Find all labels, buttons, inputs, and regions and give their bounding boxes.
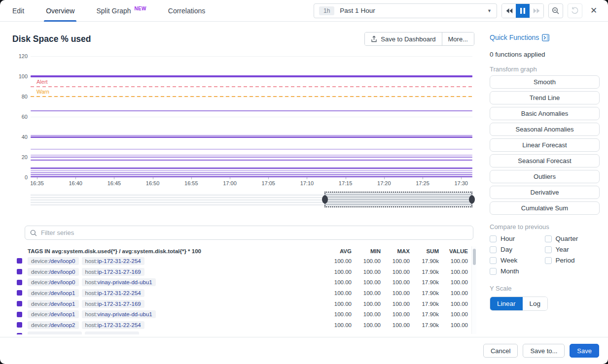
tag-pill[interactable]: host:ip-172-31-27-169 <box>82 300 144 308</box>
table-row[interactable]: device:/dev/loop1host:vinay-private-dd-u… <box>14 309 468 320</box>
series-color-swatch[interactable] <box>17 258 22 264</box>
tag-pill[interactable]: host:ip-172-31-22-254 <box>82 321 144 329</box>
transform-button-seasonal-forecast[interactable]: Seasonal Forecast <box>490 154 600 167</box>
yscale-log-button[interactable]: Log <box>523 297 548 310</box>
brush-selection[interactable] <box>324 192 472 207</box>
tag-pill[interactable]: host:ip-172-31-22-254 <box>82 289 144 297</box>
series-line[interactable] <box>31 157 472 158</box>
fast-forward-button[interactable] <box>530 4 543 18</box>
checkbox-month[interactable] <box>490 268 497 275</box>
tag-pill[interactable] <box>28 331 82 334</box>
series-line[interactable] <box>31 149 472 150</box>
table-row-partial[interactable] <box>14 331 468 334</box>
table-row[interactable]: device:/dev/loop0host:vinay-private-dd-u… <box>14 277 468 288</box>
table-row[interactable]: device:/dev/loop0host:ip-172-31-22-25410… <box>14 256 468 266</box>
series-color-swatch[interactable] <box>17 290 22 296</box>
tag-pill[interactable]: device:/dev/loop0 <box>28 268 79 276</box>
yscale-linear-button[interactable]: Linear <box>490 297 523 310</box>
series-color-swatch[interactable] <box>17 301 22 306</box>
compare-option-period[interactable]: Period <box>545 257 600 264</box>
transform-button-outliers[interactable]: Outliers <box>490 170 600 183</box>
rewind-button[interactable] <box>502 4 516 18</box>
series-line[interactable] <box>31 160 472 161</box>
table-row[interactable]: device:/dev/loop1host:ip-172-31-22-25410… <box>14 288 468 298</box>
tag-pill[interactable]: device:/dev/loop1 <box>28 289 79 297</box>
time-brush[interactable] <box>31 193 472 206</box>
checkbox-week[interactable] <box>490 257 497 264</box>
revert-zoom-button[interactable] <box>568 3 582 18</box>
tag-pill[interactable]: device:/dev/loop0 <box>28 278 79 286</box>
series-color-swatch[interactable] <box>17 322 22 328</box>
transform-button-linear-forecast[interactable]: Linear Forecast <box>490 138 600 152</box>
save-button[interactable]: Save <box>570 344 599 358</box>
table-row[interactable]: device:/dev/loop1host:ip-172-31-27-16910… <box>14 298 468 309</box>
series-line[interactable] <box>31 136 472 138</box>
series-line[interactable] <box>31 172 472 173</box>
checkbox-year[interactable] <box>545 246 552 253</box>
filter-series-input[interactable] <box>41 229 468 236</box>
save-to-dashboard-button[interactable]: Save to Dashboard <box>365 33 441 45</box>
transform-button-trend-line[interactable]: Trend Line <box>490 91 600 104</box>
compare-option-year[interactable]: Year <box>545 246 600 253</box>
compare-option-day[interactable]: Day <box>490 246 545 253</box>
series-color-swatch[interactable] <box>17 280 22 285</box>
x-tick-mark <box>384 177 385 179</box>
checkbox-quarter[interactable] <box>545 235 552 242</box>
checkbox-period[interactable] <box>545 257 552 264</box>
series-line[interactable] <box>31 174 472 175</box>
tag-pill[interactable]: host:ip-172-31-27-169 <box>82 268 144 276</box>
pause-button[interactable] <box>516 4 530 18</box>
timeseries-chart[interactable]: 020406080100120 AlertWarn 16:3516:4016:4… <box>11 53 474 187</box>
transform-button-basic-anomalies[interactable]: Basic Anomalies <box>490 107 600 120</box>
compare-option-month[interactable]: Month <box>490 267 545 275</box>
tag-pill[interactable]: host:ip-172-31-22-254 <box>82 257 144 265</box>
tag-pill[interactable]: device:/dev/loop1 <box>28 300 79 308</box>
series-line[interactable] <box>31 75 472 77</box>
more-button[interactable]: More... <box>442 33 474 45</box>
cancel-button[interactable]: Cancel <box>483 344 518 358</box>
chart-plot[interactable]: AlertWarn <box>31 56 472 177</box>
table-row[interactable]: device:/dev/loop0host:ip-172-31-27-16910… <box>14 266 468 277</box>
series-line[interactable] <box>31 167 472 169</box>
brush-handle-left[interactable] <box>322 196 328 204</box>
close-button[interactable]: ✕ <box>587 3 601 18</box>
table-scrollbar[interactable] <box>471 246 476 334</box>
quick-functions-link[interactable]: Quick Functions <box>490 33 600 41</box>
scrollbar-thumb[interactable] <box>473 249 476 265</box>
tag-cell: device:/dev/loop0host:ip-172-31-22-254 <box>25 257 323 265</box>
tag-pill[interactable] <box>85 331 139 334</box>
brush-handle-right[interactable] <box>469 196 475 204</box>
compare-option-hour[interactable]: Hour <box>490 235 545 242</box>
tab-correlations[interactable]: Correlations <box>168 0 205 22</box>
compare-option-week[interactable]: Week <box>490 257 545 264</box>
tag-pill[interactable]: device:/dev/loop1 <box>28 310 79 318</box>
tab-edit[interactable]: Edit <box>12 0 24 22</box>
series-color-swatch[interactable] <box>17 312 22 317</box>
tag-pill[interactable]: host:vinay-private-dd-ubu1 <box>82 310 156 318</box>
tag-pill[interactable]: device:/dev/loop0 <box>28 257 79 265</box>
series-line[interactable] <box>31 170 472 171</box>
transform-button-cumulative-sum[interactable]: Cumulative Sum <box>490 201 600 215</box>
series-line[interactable] <box>31 155 472 156</box>
header: Edit Overview Split GraphNEW Correlation… <box>0 0 608 22</box>
series-line[interactable] <box>31 110 472 111</box>
tag-pill[interactable]: host:vinay-private-dd-ubu1 <box>82 278 156 286</box>
series-color-swatch[interactable] <box>17 269 22 274</box>
tag-pill[interactable]: device:/dev/loop2 <box>28 321 79 329</box>
checkbox-day[interactable] <box>490 246 497 253</box>
transform-button-smooth[interactable]: Smooth <box>490 75 600 89</box>
save-to-button[interactable]: Save to... <box>523 344 565 358</box>
compare-option-quarter[interactable]: Quarter <box>545 235 600 242</box>
transform-button-derivative[interactable]: Derivative <box>490 186 600 199</box>
tab-overview[interactable]: Overview <box>46 0 74 22</box>
time-range-select[interactable]: 1h Past 1 Hour ▼ <box>314 3 497 18</box>
tab-split-graph[interactable]: Split GraphNEW <box>96 0 146 22</box>
transform-button-seasonal-anomalies[interactable]: Seasonal Anomalies <box>490 123 600 136</box>
cell-max: 100.00 <box>381 311 410 317</box>
zoom-out-button[interactable] <box>548 3 563 18</box>
checkbox-hour[interactable] <box>490 235 497 242</box>
series-line[interactable] <box>31 135 472 136</box>
series-color-swatch[interactable] <box>17 333 22 334</box>
series-line[interactable] <box>31 176 472 177</box>
table-row[interactable]: device:/dev/loop2host:ip-172-31-22-25410… <box>14 320 468 331</box>
